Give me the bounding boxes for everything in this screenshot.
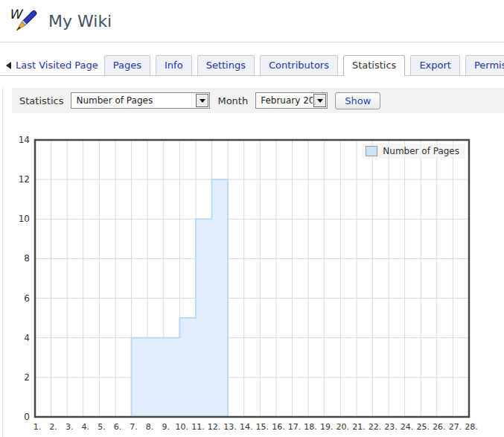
svg-text:W: W bbox=[9, 7, 24, 22]
svg-text:25.: 25. bbox=[416, 422, 430, 432]
svg-text:28.: 28. bbox=[465, 422, 478, 432]
svg-text:5.: 5. bbox=[98, 422, 106, 432]
svg-text:3.: 3. bbox=[66, 422, 74, 432]
dropdown-arrow-icon[interactable] bbox=[196, 94, 208, 107]
svg-text:18.: 18. bbox=[304, 422, 317, 432]
legend-label: Number of Pages bbox=[383, 146, 459, 156]
back-arrow-icon bbox=[6, 62, 11, 69]
header: W My Wiki bbox=[0, 0, 504, 42]
dropdown-arrow-icon[interactable] bbox=[313, 94, 326, 107]
svg-text:24.: 24. bbox=[401, 422, 414, 432]
svg-text:7.: 7. bbox=[130, 422, 138, 432]
tab-settings[interactable]: Settings bbox=[197, 55, 255, 75]
svg-text:26.: 26. bbox=[433, 422, 446, 432]
svg-text:10: 10 bbox=[19, 214, 30, 224]
svg-text:8.: 8. bbox=[146, 422, 154, 432]
page-title: My Wiki bbox=[48, 12, 112, 31]
svg-text:27.: 27. bbox=[449, 422, 462, 432]
svg-text:12.: 12. bbox=[208, 422, 221, 432]
tab-statistics[interactable]: Statistics bbox=[343, 55, 405, 76]
svg-text:2: 2 bbox=[24, 372, 30, 383]
svg-text:17.: 17. bbox=[288, 422, 302, 432]
svg-text:14: 14 bbox=[19, 135, 30, 145]
svg-text:8: 8 bbox=[24, 253, 30, 264]
svg-text:15.: 15. bbox=[256, 422, 269, 432]
svg-text:4.: 4. bbox=[82, 422, 90, 432]
tab-bar: Last Visited Page PagesInfoSettingsContr… bbox=[0, 55, 504, 76]
svg-text:11.: 11. bbox=[191, 422, 205, 432]
month-value: February 2014 bbox=[261, 95, 313, 106]
month-select[interactable]: February 2014 bbox=[255, 92, 328, 109]
svg-text:6: 6 bbox=[24, 293, 30, 304]
tab-pages[interactable]: Pages bbox=[104, 55, 150, 75]
svg-text:14.: 14. bbox=[240, 422, 253, 432]
tab-export[interactable]: Export bbox=[410, 55, 460, 75]
tab-permissions[interactable]: Permissions bbox=[465, 55, 504, 75]
svg-text:6.: 6. bbox=[114, 422, 122, 432]
svg-text:0: 0 bbox=[24, 412, 30, 422]
legend-swatch bbox=[366, 146, 377, 156]
svg-text:9.: 9. bbox=[162, 422, 170, 432]
tab-info[interactable]: Info bbox=[156, 55, 192, 75]
svg-text:16.: 16. bbox=[272, 422, 285, 432]
svg-text:22.: 22. bbox=[369, 422, 382, 432]
svg-text:23.: 23. bbox=[384, 422, 398, 432]
area-chart: 024681012141.2.3.4.5.6.7.8.9.10.11.12.13… bbox=[14, 133, 485, 434]
svg-text:13.: 13. bbox=[223, 422, 237, 432]
tab-list: PagesInfoSettingsContributorsStatisticsE… bbox=[104, 55, 504, 75]
chart-legend: Number of Pages bbox=[362, 144, 465, 159]
show-button[interactable]: Show bbox=[335, 92, 380, 109]
month-label: Month bbox=[217, 95, 248, 106]
statistics-chart: 024681012141.2.3.4.5.6.7.8.9.10.11.12.13… bbox=[14, 133, 485, 437]
statistics-type-select[interactable]: Number of Pages bbox=[71, 92, 210, 109]
wiki-pen-logo: W bbox=[9, 7, 39, 36]
svg-text:12: 12 bbox=[19, 174, 30, 185]
svg-text:10.: 10. bbox=[176, 422, 189, 432]
back-link-label: Last Visited Page bbox=[16, 60, 98, 71]
svg-text:1.: 1. bbox=[34, 422, 42, 432]
svg-text:20.: 20. bbox=[336, 422, 350, 432]
statistics-panel: Statistics Number of Pages Month Februar… bbox=[2, 88, 504, 437]
tab-contributors[interactable]: Contributors bbox=[260, 55, 338, 75]
svg-text:21.: 21. bbox=[352, 422, 366, 432]
statistics-controls-bar: Statistics Number of Pages Month Februar… bbox=[12, 88, 504, 113]
last-visited-page-link[interactable]: Last Visited Page bbox=[6, 56, 104, 75]
svg-text:19.: 19. bbox=[320, 422, 334, 432]
statistics-type-value: Number of Pages bbox=[76, 95, 153, 106]
statistics-label: Statistics bbox=[19, 95, 63, 106]
svg-text:4: 4 bbox=[24, 333, 30, 343]
svg-text:2.: 2. bbox=[49, 422, 57, 432]
